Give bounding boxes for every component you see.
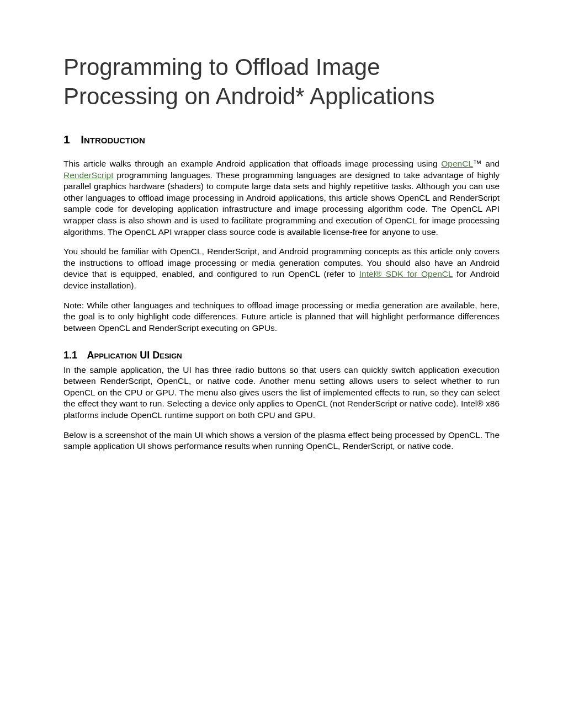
paragraph-3: Note: While other languages and techniqu… xyxy=(63,300,500,334)
subsection-heading-row: 1.1 Application UI Design xyxy=(63,350,500,361)
subsection-number: 1.1 xyxy=(63,350,77,361)
link-opencl[interactable]: OpenCL xyxy=(441,159,473,168)
document-title: Programming to Offload Image Processing … xyxy=(63,53,500,111)
text-fragment: programming languages. These programming… xyxy=(63,170,500,237)
text-fragment: ™ and xyxy=(473,159,500,168)
section-heading: Introduction xyxy=(81,133,145,146)
section-heading-row: 1 Introduction xyxy=(63,133,500,146)
link-renderscript[interactable]: RenderScript xyxy=(63,170,113,180)
subsection-heading: Application UI Design xyxy=(87,350,182,361)
paragraph-4: In the sample application, the UI has th… xyxy=(63,365,500,421)
link-intel-sdk[interactable]: Intel® SDK for OpenCL xyxy=(359,269,453,279)
paragraph-5: Below is a screenshot of the main UI whi… xyxy=(63,430,500,452)
text-fragment: This article walks through an example An… xyxy=(63,159,441,168)
paragraph-2: You should be familiar with OpenCL, Rend… xyxy=(63,246,500,291)
section-number: 1 xyxy=(63,133,70,146)
paragraph-1: This article walks through an example An… xyxy=(63,158,500,238)
